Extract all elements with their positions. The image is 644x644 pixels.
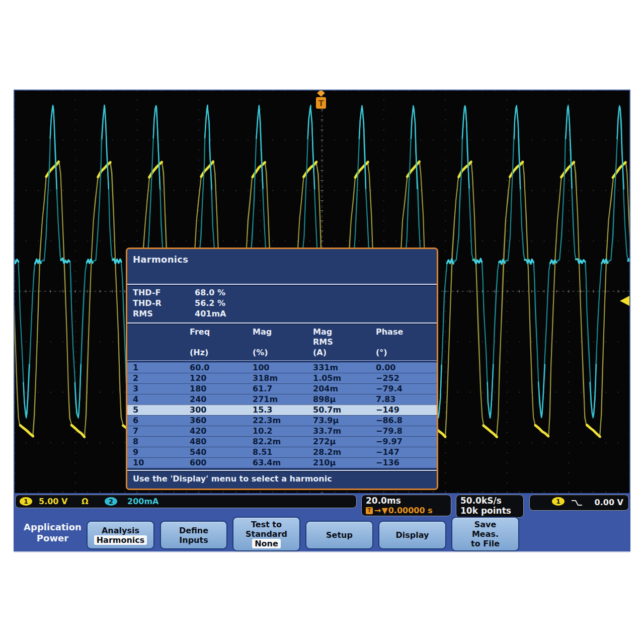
table-row: 742010.233.7m−79.8 — [127, 426, 437, 436]
col-header-magrms: Mag — [313, 327, 332, 337]
col-unit-a: (A) — [313, 348, 327, 357]
col-unit-deg: (°) — [376, 348, 387, 357]
separator — [127, 360, 437, 361]
table-row: 160.0100331m0.00 — [127, 362, 437, 373]
ch1-scale: 5.00 V — [39, 497, 67, 506]
ch2-scale: 200mA — [127, 497, 158, 506]
col-unit-hz: (Hz) — [190, 348, 208, 357]
softkey-define-inputs[interactable]: Define Inputs — [160, 521, 227, 549]
trigger-position-readout: T→▼0.00000 s — [366, 506, 447, 515]
softkey-display[interactable]: Display — [378, 521, 446, 549]
table-row: 318061.7204m−79.4 — [127, 383, 437, 394]
selected-value: None — [252, 539, 281, 548]
table-row: 4240271m898µ7.83 — [127, 394, 437, 405]
separator — [127, 323, 437, 324]
record-length: 10k points — [460, 506, 519, 516]
trigger-t-icon: T — [366, 507, 373, 514]
rms-row: RMS401mA — [133, 309, 226, 318]
timebase-readout: 20.0ms T→▼0.00000 s — [361, 495, 451, 516]
selected-value: Harmonics — [94, 535, 147, 545]
table-row: 848082.2m272µ−9.97 — [127, 436, 437, 447]
timebase-scale: 20.0ms — [366, 496, 447, 506]
arrow-right-icon: → — [374, 506, 381, 515]
col-header-freq: Freq — [190, 327, 210, 337]
ch2-badge: 2 — [105, 497, 117, 506]
channel-readout-bar: 1 5.00 V Ω 2 200mA — [15, 495, 357, 508]
harmonics-table: 160.0100331m0.00 2120318m1.05m−252 31806… — [127, 362, 437, 468]
table-row: 95408.5128.2m−147 — [127, 447, 437, 457]
menu-title: Application Power — [16, 522, 89, 544]
softkey-test-to-standard[interactable]: Test to Standard None — [232, 517, 300, 551]
table-row: 636022.3m73.9µ−86.8 — [127, 415, 437, 426]
falling-edge-icon — [571, 499, 583, 507]
svg-text:T: T — [318, 99, 324, 108]
trigger-level: 0.00 V — [595, 498, 623, 507]
thd-f-row: THD-F68.0 % — [133, 288, 225, 297]
sample-rate: 50.0kS/s — [460, 496, 519, 506]
marker-down-icon: ▼ — [381, 506, 387, 515]
oscilloscope-frame: T Harmonics THD-F68.0 % THD-R56.2 % RMS4… — [14, 90, 630, 552]
ch1-coupling-icon: Ω — [82, 497, 89, 506]
col-unit-pct: (%) — [253, 348, 268, 357]
softkey-analysis[interactable]: Analysis Harmonics — [87, 521, 154, 549]
table-row: 1060063.4m210µ−136 — [127, 457, 437, 468]
scope-screen: T Harmonics THD-F68.0 % THD-R56.2 % RMS4… — [14, 90, 630, 493]
thd-r-row: THD-R56.2 % — [133, 298, 225, 308]
ch1-badge: 1 — [20, 497, 32, 506]
col-header-magrms2: RMS — [313, 337, 333, 347]
trigger-time: 0.00000 s — [388, 506, 433, 515]
bezel-bottom: 1 5.00 V Ω 2 200mA 20.0ms T→▼0.00000 s 5… — [14, 493, 630, 552]
separator — [127, 470, 437, 471]
dialog-title: Harmonics — [133, 254, 188, 265]
table-row-selected: 530015.350.7m−149 — [127, 405, 437, 415]
trigger-source-badge: 1 — [552, 497, 565, 506]
table-row: 2120318m1.05m−252 — [127, 373, 437, 383]
col-header-phase: Phase — [376, 327, 403, 337]
softkey-save-meas[interactable]: Save Meas. to File — [451, 517, 519, 551]
dialog-hint-text: Use the 'Display' menu to select a harmo… — [133, 474, 332, 484]
trigger-readout: 1 0.00 V — [529, 495, 629, 511]
softkey-setup[interactable]: Setup — [305, 521, 373, 549]
harmonics-dialog: Harmonics THD-F68.0 % THD-R56.2 % RMS401… — [126, 248, 438, 490]
col-header-mag: Mag — [253, 327, 272, 337]
acquisition-readout: 50.0kS/s 10k points — [456, 495, 524, 518]
separator — [127, 284, 437, 285]
